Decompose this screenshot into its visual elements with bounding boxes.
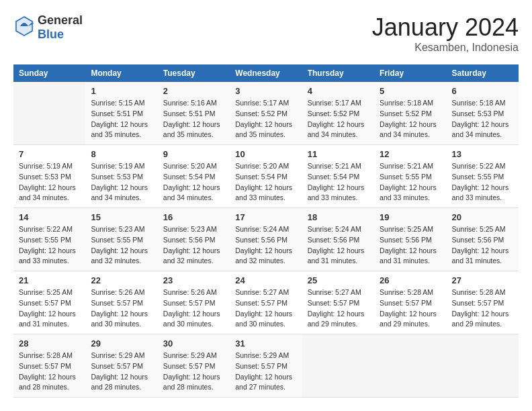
cell-week4-day6: 27Sunrise: 5:28 AMSunset: 5:57 PMDayligh…: [447, 271, 519, 334]
cell-week2-day0: 7Sunrise: 5:19 AMSunset: 5:53 PMDaylight…: [13, 145, 85, 208]
header-monday: Monday: [85, 64, 157, 82]
day-info: Sunrise: 5:18 AMSunset: 5:53 PMDaylight:…: [452, 98, 513, 140]
cell-week2-day1: 8Sunrise: 5:19 AMSunset: 5:53 PMDaylight…: [85, 145, 157, 208]
day-number: 20: [452, 212, 513, 222]
cell-week1-day6: 6Sunrise: 5:18 AMSunset: 5:53 PMDaylight…: [447, 82, 519, 145]
day-number: 22: [91, 275, 152, 285]
cell-week4-day2: 23Sunrise: 5:26 AMSunset: 5:57 PMDayligh…: [158, 271, 230, 334]
day-number: 30: [163, 338, 224, 349]
day-info: Sunrise: 5:22 AMSunset: 5:55 PMDaylight:…: [452, 161, 513, 203]
day-number: 14: [19, 212, 80, 222]
month-title: January 2024: [372, 13, 519, 42]
day-info: Sunrise: 5:22 AMSunset: 5:55 PMDaylight:…: [19, 224, 80, 267]
day-number: 23: [163, 275, 224, 285]
cell-week1-day0: [13, 82, 85, 145]
day-info: Sunrise: 5:29 AMSunset: 5:57 PMDaylight:…: [91, 351, 152, 393]
day-info: Sunrise: 5:28 AMSunset: 5:57 PMDaylight:…: [452, 287, 513, 330]
header: General Blue January 2024 Kesamben, Indo…: [13, 13, 519, 54]
day-info: Sunrise: 5:26 AMSunset: 5:57 PMDaylight:…: [91, 287, 152, 330]
day-info: Sunrise: 5:17 AMSunset: 5:52 PMDaylight:…: [235, 98, 296, 140]
day-info: Sunrise: 5:19 AMSunset: 5:53 PMDaylight:…: [91, 161, 152, 203]
cell-week5-day2: 30Sunrise: 5:29 AMSunset: 5:57 PMDayligh…: [158, 334, 230, 398]
header-wednesday: Wednesday: [230, 64, 302, 82]
day-number: 10: [235, 149, 296, 159]
day-info: Sunrise: 5:20 AMSunset: 5:54 PMDaylight:…: [235, 161, 296, 203]
day-info: Sunrise: 5:27 AMSunset: 5:57 PMDaylight:…: [308, 287, 369, 330]
cell-week3-day1: 15Sunrise: 5:23 AMSunset: 5:55 PMDayligh…: [85, 208, 157, 271]
cell-week4-day4: 25Sunrise: 5:27 AMSunset: 5:57 PMDayligh…: [302, 271, 374, 334]
cell-week2-day5: 12Sunrise: 5:21 AMSunset: 5:55 PMDayligh…: [374, 145, 446, 208]
day-number: 5: [380, 86, 441, 96]
week-row-4: 21Sunrise: 5:25 AMSunset: 5:57 PMDayligh…: [13, 271, 519, 334]
cell-week4-day5: 26Sunrise: 5:28 AMSunset: 5:57 PMDayligh…: [374, 271, 446, 334]
day-info: Sunrise: 5:29 AMSunset: 5:57 PMDaylight:…: [235, 351, 296, 393]
cell-week5-day3: 31Sunrise: 5:29 AMSunset: 5:57 PMDayligh…: [230, 334, 302, 398]
day-info: Sunrise: 5:25 AMSunset: 5:56 PMDaylight:…: [380, 224, 441, 267]
day-info: Sunrise: 5:27 AMSunset: 5:57 PMDaylight:…: [235, 287, 296, 330]
day-info: Sunrise: 5:17 AMSunset: 5:52 PMDaylight:…: [308, 98, 369, 140]
logo-icon: [13, 14, 35, 41]
cell-week1-day4: 4Sunrise: 5:17 AMSunset: 5:52 PMDaylight…: [302, 82, 374, 145]
day-info: Sunrise: 5:28 AMSunset: 5:57 PMDaylight:…: [380, 287, 441, 330]
day-number: 18: [308, 212, 369, 222]
header-saturday: Saturday: [447, 64, 519, 82]
day-number: 28: [19, 338, 80, 349]
cell-week3-day6: 20Sunrise: 5:25 AMSunset: 5:56 PMDayligh…: [447, 208, 519, 271]
day-info: Sunrise: 5:23 AMSunset: 5:55 PMDaylight:…: [91, 224, 152, 267]
day-info: Sunrise: 5:29 AMSunset: 5:57 PMDaylight:…: [163, 351, 224, 393]
day-number: 24: [235, 275, 296, 285]
logo-general: General: [38, 13, 83, 27]
cell-week1-day5: 5Sunrise: 5:18 AMSunset: 5:52 PMDaylight…: [374, 82, 446, 145]
day-number: 21: [19, 275, 80, 285]
day-info: Sunrise: 5:28 AMSunset: 5:57 PMDaylight:…: [19, 351, 80, 393]
day-info: Sunrise: 5:19 AMSunset: 5:53 PMDaylight:…: [19, 161, 80, 203]
day-number: 27: [452, 275, 513, 285]
day-number: 16: [163, 212, 224, 222]
day-info: Sunrise: 5:24 AMSunset: 5:56 PMDaylight:…: [235, 224, 296, 267]
day-number: 29: [91, 338, 152, 349]
day-info: Sunrise: 5:23 AMSunset: 5:56 PMDaylight:…: [163, 224, 224, 267]
day-number: 19: [380, 212, 441, 222]
day-info: Sunrise: 5:26 AMSunset: 5:57 PMDaylight:…: [163, 287, 224, 330]
day-info: Sunrise: 5:25 AMSunset: 5:57 PMDaylight:…: [19, 287, 80, 330]
day-number: 4: [308, 86, 369, 96]
day-info: Sunrise: 5:16 AMSunset: 5:51 PMDaylight:…: [163, 98, 224, 140]
week-row-5: 28Sunrise: 5:28 AMSunset: 5:57 PMDayligh…: [13, 334, 519, 398]
location-title: Kesamben, Indonesia: [372, 42, 519, 54]
cell-week5-day4: [302, 334, 374, 398]
day-info: Sunrise: 5:21 AMSunset: 5:54 PMDaylight:…: [308, 161, 369, 203]
day-info: Sunrise: 5:24 AMSunset: 5:56 PMDaylight:…: [308, 224, 369, 267]
header-thursday: Thursday: [302, 64, 374, 82]
logo-text: General Blue: [38, 13, 83, 42]
day-number: 11: [308, 149, 369, 159]
logo-blue: Blue: [38, 28, 64, 41]
cell-week3-day0: 14Sunrise: 5:22 AMSunset: 5:55 PMDayligh…: [13, 208, 85, 271]
day-number: 15: [91, 212, 152, 222]
day-number: 7: [19, 149, 80, 159]
weekday-header-row: SundayMondayTuesdayWednesdayThursdayFrid…: [13, 64, 519, 82]
cell-week1-day3: 3Sunrise: 5:17 AMSunset: 5:52 PMDaylight…: [230, 82, 302, 145]
day-info: Sunrise: 5:15 AMSunset: 5:51 PMDaylight:…: [91, 98, 152, 140]
cell-week3-day5: 19Sunrise: 5:25 AMSunset: 5:56 PMDayligh…: [374, 208, 446, 271]
day-number: 2: [163, 86, 224, 96]
cell-week3-day4: 18Sunrise: 5:24 AMSunset: 5:56 PMDayligh…: [302, 208, 374, 271]
day-number: 6: [452, 86, 513, 96]
cell-week2-day2: 9Sunrise: 5:20 AMSunset: 5:54 PMDaylight…: [158, 145, 230, 208]
day-number: 8: [91, 149, 152, 159]
cell-week4-day0: 21Sunrise: 5:25 AMSunset: 5:57 PMDayligh…: [13, 271, 85, 334]
cell-week4-day3: 24Sunrise: 5:27 AMSunset: 5:57 PMDayligh…: [230, 271, 302, 334]
cell-week3-day2: 16Sunrise: 5:23 AMSunset: 5:56 PMDayligh…: [158, 208, 230, 271]
cell-week1-day2: 2Sunrise: 5:16 AMSunset: 5:51 PMDaylight…: [158, 82, 230, 145]
week-row-1: 1Sunrise: 5:15 AMSunset: 5:51 PMDaylight…: [13, 82, 519, 145]
week-row-2: 7Sunrise: 5:19 AMSunset: 5:53 PMDaylight…: [13, 145, 519, 208]
day-info: Sunrise: 5:20 AMSunset: 5:54 PMDaylight:…: [163, 161, 224, 203]
title-area: January 2024 Kesamben, Indonesia: [372, 13, 519, 54]
day-number: 13: [452, 149, 513, 159]
cell-week5-day0: 28Sunrise: 5:28 AMSunset: 5:57 PMDayligh…: [13, 334, 85, 398]
cell-week1-day1: 1Sunrise: 5:15 AMSunset: 5:51 PMDaylight…: [85, 82, 157, 145]
day-number: 17: [235, 212, 296, 222]
cell-week2-day4: 11Sunrise: 5:21 AMSunset: 5:54 PMDayligh…: [302, 145, 374, 208]
day-number: 31: [235, 338, 296, 349]
day-number: 25: [308, 275, 369, 285]
week-row-3: 14Sunrise: 5:22 AMSunset: 5:55 PMDayligh…: [13, 208, 519, 271]
